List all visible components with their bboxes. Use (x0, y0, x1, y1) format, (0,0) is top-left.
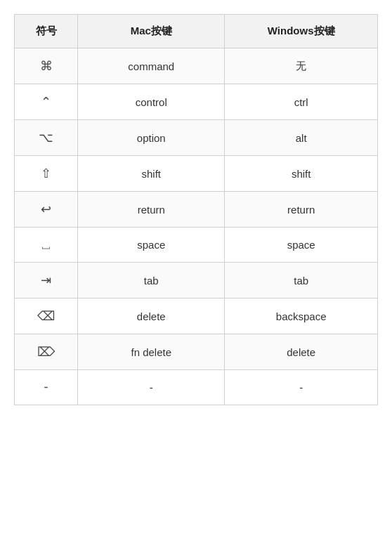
cell-windows: ctrl (225, 84, 377, 120)
cell-windows: tab (225, 263, 377, 298)
cell-mac: return (78, 192, 225, 228)
table-row: ⇥tabtab (15, 263, 377, 298)
cell-symbol: ⎵ (15, 228, 78, 263)
cell-mac: space (78, 228, 225, 263)
cell-windows: space (225, 228, 377, 263)
header-mac: Mac按键 (78, 15, 225, 48)
cell-mac: command (78, 48, 225, 84)
cell-symbol: ⌥ (15, 120, 78, 156)
header-windows: Windows按键 (225, 15, 377, 48)
cell-windows: shift (225, 156, 377, 192)
cell-mac: tab (78, 263, 225, 298)
cell-symbol: ⌃ (15, 84, 78, 120)
header-symbol: 符号 (15, 15, 78, 48)
table-row: ⇧shiftshift (15, 156, 377, 192)
table-row: ⌃controlctrl (15, 84, 377, 120)
table-row: ↩returnreturn (15, 192, 377, 228)
keyboard-table: 符号 Mac按键 Windows按键 ⌘command无⌃controlctrl… (15, 15, 377, 405)
cell-symbol: ⌘ (15, 48, 78, 84)
table-row: ⌫deletebackspace (15, 298, 377, 334)
cell-windows: backspace (225, 298, 377, 334)
table-header-row: 符号 Mac按键 Windows按键 (15, 15, 377, 48)
table-row: ⌥optionalt (15, 120, 377, 156)
cell-symbol: ⌦ (15, 334, 78, 370)
cell-windows: alt (225, 120, 377, 156)
cell-mac: delete (78, 298, 225, 334)
table-row: ⌦fn deletedelete (15, 334, 377, 370)
keyboard-table-container: 符号 Mac按键 Windows按键 ⌘command无⌃controlctrl… (14, 14, 378, 405)
cell-mac: shift (78, 156, 225, 192)
cell-symbol: ⇥ (15, 263, 78, 298)
cell-mac: control (78, 84, 225, 120)
cell-mac: option (78, 120, 225, 156)
table-row: ⎵spacespace (15, 228, 377, 263)
cell-mac: fn delete (78, 334, 225, 370)
cell-mac: - (78, 370, 225, 405)
cell-symbol: ⌫ (15, 298, 78, 334)
cell-windows: delete (225, 334, 377, 370)
cell-symbol: - (15, 370, 78, 405)
table-row: --- (15, 370, 377, 405)
cell-windows: 无 (225, 48, 377, 84)
cell-symbol: ⇧ (15, 156, 78, 192)
cell-symbol: ↩ (15, 192, 78, 228)
cell-windows: return (225, 192, 377, 228)
cell-windows: - (225, 370, 377, 405)
table-row: ⌘command无 (15, 48, 377, 84)
